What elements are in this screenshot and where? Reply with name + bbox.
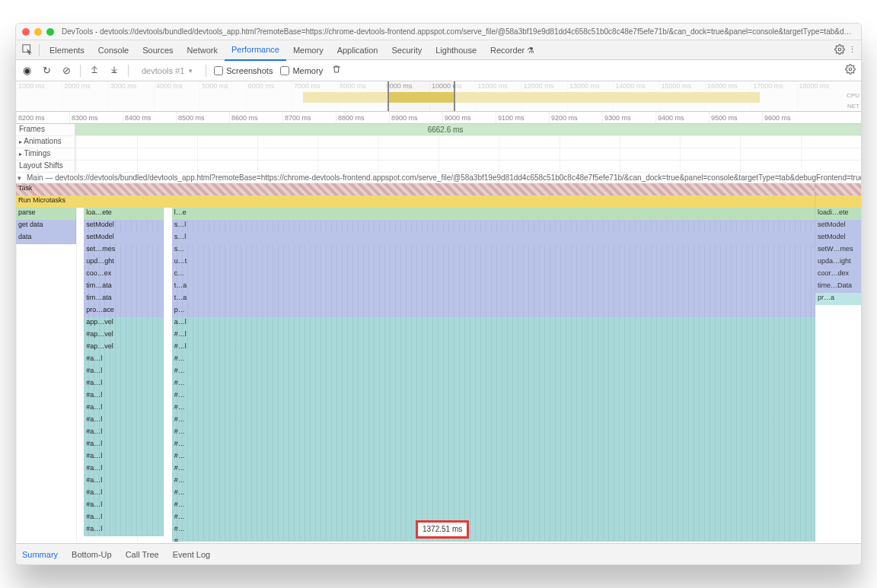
upload-icon[interactable] xyxy=(88,65,100,76)
btab-eventlog[interactable]: Event Log xyxy=(173,550,211,559)
flame-bar[interactable]: tim…ata xyxy=(84,281,164,293)
flame-bar[interactable]: tim…ata xyxy=(84,293,164,305)
flame-bar[interactable]: #… xyxy=(172,366,815,378)
minimize-window-icon[interactable] xyxy=(34,28,42,36)
tab-recorder[interactable]: Recorder ⚗ xyxy=(483,40,541,60)
flame-row[interactable]: upd…ghtu…tupda…ight xyxy=(16,256,861,269)
flame-bar[interactable]: #… xyxy=(172,463,815,475)
flame-bar[interactable]: l…e xyxy=(172,208,815,220)
flame-bar[interactable]: Run Microtasks xyxy=(16,195,815,208)
flame-bar[interactable]: #… xyxy=(172,402,815,415)
flame-row[interactable]: #a…l#… xyxy=(16,415,861,427)
tab-application[interactable]: Application xyxy=(330,40,385,60)
reload-icon[interactable]: ↻ xyxy=(40,65,53,76)
flame-bar[interactable]: #…l xyxy=(172,342,815,354)
flame-bar[interactable]: #… xyxy=(172,439,815,451)
flame-bar[interactable]: #… xyxy=(172,488,815,500)
flame-bar[interactable]: #a…l xyxy=(84,390,164,402)
flame-bar[interactable]: upd…ght xyxy=(84,256,164,269)
flame-bar[interactable]: #… xyxy=(172,512,815,524)
tab-lighthouse[interactable]: Lighthouse xyxy=(429,40,483,60)
flame-bar[interactable]: Task xyxy=(16,183,815,195)
inspect-icon[interactable] xyxy=(19,44,36,56)
detail-ruler[interactable]: 8200 ms8300 ms8400 ms8500 ms8600 ms8700 … xyxy=(16,112,861,124)
close-window-icon[interactable] xyxy=(22,28,30,36)
flame-bar[interactable]: coo…ex xyxy=(84,269,164,281)
flame-bar[interactable]: setModel xyxy=(815,220,861,232)
flame-row[interactable]: app…vela…l xyxy=(16,317,861,329)
tab-performance[interactable]: Performance xyxy=(225,40,286,61)
track-animations[interactable]: ▸ Animations xyxy=(16,136,861,148)
flame-bar[interactable]: #… xyxy=(172,415,815,427)
overview-timeline[interactable]: 1000 ms2000 ms3000 ms4000 ms5000 ms6000 … xyxy=(16,81,861,112)
main-thread-header[interactable]: ▾ Main — devtools://devtools/bundled/dev… xyxy=(16,173,861,183)
flame-bar[interactable]: loa…ete xyxy=(84,208,164,220)
tab-network[interactable]: Network xyxy=(180,40,225,60)
flame-row[interactable]: tim…atat…atime…Data xyxy=(16,281,861,293)
flame-row[interactable]: #ap…vel#…l xyxy=(16,329,861,342)
flame-row[interactable]: #a…l#… xyxy=(16,402,861,415)
flame-bar[interactable]: pr…a xyxy=(815,293,861,305)
flame-bar[interactable]: p… xyxy=(172,305,815,317)
flame-row[interactable]: parseloa…etel…eloadi…ete xyxy=(16,208,861,220)
flame-bar[interactable]: parse xyxy=(16,208,76,220)
settings-icon[interactable] xyxy=(834,44,845,56)
overview-selection[interactable] xyxy=(387,81,455,111)
flame-bar[interactable]: #a…l xyxy=(84,402,164,415)
flame-bar[interactable]: #a…l xyxy=(84,512,164,524)
flame-bar[interactable]: #a…l xyxy=(84,488,164,500)
record-icon[interactable]: ◉ xyxy=(21,65,33,76)
flame-bar[interactable]: #… xyxy=(172,378,815,390)
flame-bar[interactable]: #a…l xyxy=(84,427,164,439)
profile-select[interactable]: devtools #1 ▾ xyxy=(136,64,198,78)
flame-bar[interactable]: #ap…vel xyxy=(84,329,164,342)
flame-row[interactable]: #a…l#… xyxy=(16,354,861,366)
flame-bar[interactable]: #a…l xyxy=(84,354,164,366)
flame-row[interactable]: #a…l#… xyxy=(16,378,861,390)
flame-row[interactable]: #a…l#… xyxy=(16,451,861,463)
flame-stack[interactable]: TaskRun Microtasksparseloa…etel…eloadi…e… xyxy=(16,183,861,542)
flame-bar[interactable]: data xyxy=(16,232,76,244)
flame-row[interactable]: Run Microtasks xyxy=(16,195,861,208)
tab-security[interactable]: Security xyxy=(384,40,429,60)
clear-icon[interactable]: ⊘ xyxy=(60,65,72,76)
flame-bar[interactable]: #… xyxy=(172,354,815,366)
flame-bar[interactable]: #a…l xyxy=(84,500,164,512)
flame-row[interactable]: #a…l#… xyxy=(16,366,861,378)
btab-summary[interactable]: Summary xyxy=(22,550,58,559)
flame-bar[interactable]: setW…mes xyxy=(815,244,861,256)
zoom-window-icon[interactable] xyxy=(46,28,54,36)
flame-bar[interactable]: #… xyxy=(172,500,815,512)
flame-row[interactable]: #a…l#… xyxy=(16,463,861,475)
flame-row[interactable]: coo…exc…coor…dex xyxy=(16,269,861,281)
flame-bar[interactable]: #ap…vel xyxy=(84,342,164,354)
flame-bar[interactable]: setModel xyxy=(815,232,861,244)
flame-bar[interactable]: s…l xyxy=(172,220,815,232)
flame-bar[interactable]: s… xyxy=(172,244,815,256)
track-timings[interactable]: ▸ Timings xyxy=(16,148,861,161)
flame-row[interactable]: tim…atat…apr…a xyxy=(16,293,861,305)
memory-toggle[interactable]: Memory xyxy=(280,66,323,75)
flame-bar[interactable]: setModel xyxy=(84,220,164,232)
flame-bar[interactable]: #a…l xyxy=(84,366,164,378)
flame-bar[interactable]: a…l xyxy=(172,317,815,329)
flame-bar[interactable]: #… xyxy=(172,451,815,463)
download-icon[interactable] xyxy=(108,65,120,76)
screenshots-checkbox[interactable] xyxy=(214,66,223,75)
tab-memory[interactable]: Memory xyxy=(286,40,330,60)
flame-row[interactable]: get datasetModels…lsetModel xyxy=(16,220,861,232)
tab-sources[interactable]: Sources xyxy=(136,40,180,60)
flame-row[interactable]: #ap…vel#…l xyxy=(16,342,861,354)
flame-bar[interactable]: setModel xyxy=(84,232,164,244)
flame-bar[interactable]: u…t xyxy=(172,256,815,269)
flame-row[interactable]: #a…l#… xyxy=(16,475,861,488)
trash-icon[interactable] xyxy=(330,65,343,76)
flame-bar[interactable]: #a…l xyxy=(84,378,164,390)
flame-bar[interactable]: s…l xyxy=(172,232,815,244)
flame-bar[interactable]: t…a xyxy=(172,293,815,305)
track-frames[interactable]: Frames 6662.6 ms xyxy=(16,124,861,136)
memory-checkbox[interactable] xyxy=(280,66,289,75)
flame-row[interactable]: #a…l#… xyxy=(16,390,861,402)
settings-icon[interactable] xyxy=(844,64,856,77)
flame-bar[interactable]: time…Data xyxy=(815,281,861,293)
